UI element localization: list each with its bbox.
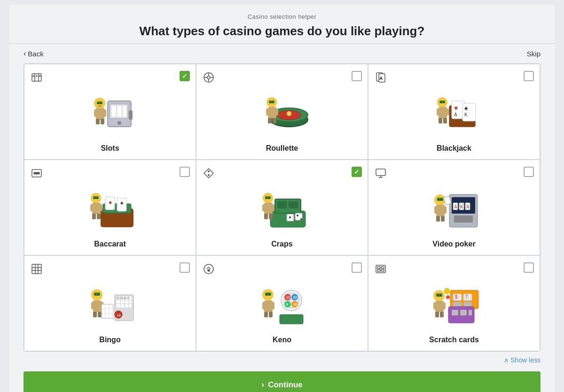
svg-rect-10 (123, 106, 126, 117)
svg-rect-71 (93, 196, 99, 199)
show-less-button[interactable]: ∧ Show less (9, 352, 555, 367)
baccarat-checkbox[interactable] (180, 167, 190, 177)
blackjack-checkbox[interactable] (524, 71, 534, 81)
chevron-up-icon: ∧ (504, 356, 509, 364)
svg-point-118 (438, 199, 439, 200)
continue-button[interactable]: › Continue (24, 371, 540, 392)
show-less-label: Show less (510, 356, 540, 364)
video-poker-checkbox[interactable] (524, 167, 534, 177)
svg-rect-117 (441, 216, 445, 222)
svg-point-40 (273, 101, 274, 103)
svg-text:15: 15 (286, 296, 290, 299)
svg-rect-181 (463, 302, 472, 307)
svg-text:K: K (464, 112, 468, 117)
game-card-scratch-cards[interactable]: $ 7 Scratch cards (368, 255, 540, 351)
svg-text:18: 18 (117, 313, 121, 317)
svg-point-150 (204, 264, 213, 274)
svg-text:A: A (454, 112, 457, 117)
keno-name: Keno (273, 336, 291, 344)
header-label: Casino selection helper (9, 13, 555, 20)
svg-text:K: K (460, 204, 463, 209)
svg-point-59 (443, 101, 445, 103)
games-grid: Slots RoulletteA ♥ A ♠ K (24, 63, 540, 352)
game-card-blackjack[interactable]: A ♥ A ♠ K Blackjack (368, 64, 540, 160)
svg-rect-193 (435, 312, 439, 317)
game-card-craps[interactable]: Craps (196, 160, 368, 255)
svg-rect-187 (469, 310, 472, 315)
bingo-category-icon (30, 262, 43, 276)
scratch-cards-checkbox[interactable] (524, 262, 534, 273)
svg-rect-162 (280, 315, 303, 324)
svg-rect-185 (452, 310, 458, 315)
svg-rect-57 (443, 118, 447, 123)
svg-text:A: A (454, 204, 457, 209)
svg-text:♥: ♥ (454, 104, 458, 112)
svg-rect-121 (32, 264, 41, 274)
svg-rect-93 (262, 204, 266, 211)
svg-point-80 (208, 175, 209, 176)
svg-point-39 (270, 101, 271, 103)
game-card-keno[interactable]: 15 22 8 36 Keno (196, 255, 368, 351)
baccarat-category-icon (30, 167, 43, 180)
continue-label: Continue (268, 380, 303, 390)
svg-rect-172 (376, 265, 385, 273)
svg-rect-94 (271, 204, 274, 211)
svg-point-31 (287, 111, 291, 116)
craps-checkbox[interactable] (352, 167, 362, 177)
video-poker-category-icon (374, 167, 387, 180)
slots-category-icon (30, 71, 43, 84)
keno-checkbox[interactable] (352, 262, 362, 273)
svg-rect-17 (102, 109, 106, 117)
svg-rect-73 (90, 204, 94, 211)
bingo-checkbox[interactable] (180, 262, 190, 273)
nav-bar: ‹ Back Skip (9, 44, 555, 63)
baccarat-illustration: ♥ ♠ (79, 184, 141, 235)
svg-point-170 (266, 293, 267, 295)
svg-rect-9 (117, 106, 122, 117)
blackjack-name: Blackjack (437, 144, 471, 153)
scratch-cards-illustration: $ 7 (423, 279, 485, 331)
craps-illustration (251, 184, 313, 235)
svg-rect-168 (264, 312, 268, 317)
bingo-name: Bingo (99, 336, 120, 344)
blackjack-illustration: ♥ A ♠ K (423, 88, 485, 139)
scratch-cards-name: Scratch cards (429, 336, 479, 344)
svg-point-119 (441, 199, 442, 200)
svg-rect-175 (377, 269, 380, 271)
svg-point-21 (101, 102, 102, 104)
svg-rect-75 (92, 214, 96, 219)
svg-rect-186 (460, 310, 467, 315)
svg-point-89 (300, 218, 302, 220)
game-card-roulette[interactable]: Roullette (196, 64, 368, 160)
roulette-illustration (251, 88, 313, 139)
slots-checkbox[interactable] (180, 71, 190, 81)
svg-rect-174 (381, 267, 384, 269)
svg-text:$: $ (455, 294, 458, 300)
skip-button[interactable]: Skip (527, 50, 540, 58)
svg-rect-76 (97, 214, 101, 219)
svg-rect-52 (439, 100, 445, 103)
craps-category-icon (202, 167, 215, 180)
svg-rect-12 (129, 110, 133, 120)
video-poker-illustration: A K A (423, 184, 485, 235)
svg-rect-192 (442, 302, 446, 309)
svg-rect-114 (434, 206, 438, 214)
svg-point-88 (297, 215, 298, 216)
svg-point-77 (94, 197, 95, 199)
header: Casino selection helper What types of ca… (9, 5, 555, 44)
svg-point-4 (36, 76, 37, 77)
game-card-baccarat[interactable]: ♥ ♠ Baccarat (24, 160, 196, 255)
svg-rect-19 (101, 119, 104, 124)
svg-rect-14 (97, 101, 102, 104)
game-card-video-poker[interactable]: A K A Video poker (368, 160, 540, 255)
svg-point-196 (440, 294, 441, 296)
back-button[interactable]: ‹ Back (24, 49, 44, 58)
svg-point-171 (269, 293, 270, 295)
svg-rect-56 (439, 118, 442, 123)
svg-rect-180 (453, 302, 462, 307)
roulette-checkbox[interactable] (352, 71, 362, 81)
game-card-bingo[interactable]: B I N G O 18 Bingo (24, 255, 196, 351)
game-card-slots[interactable]: Slots (24, 64, 196, 160)
slots-illustration (79, 88, 141, 139)
scratch-cards-category-icon (374, 262, 387, 276)
